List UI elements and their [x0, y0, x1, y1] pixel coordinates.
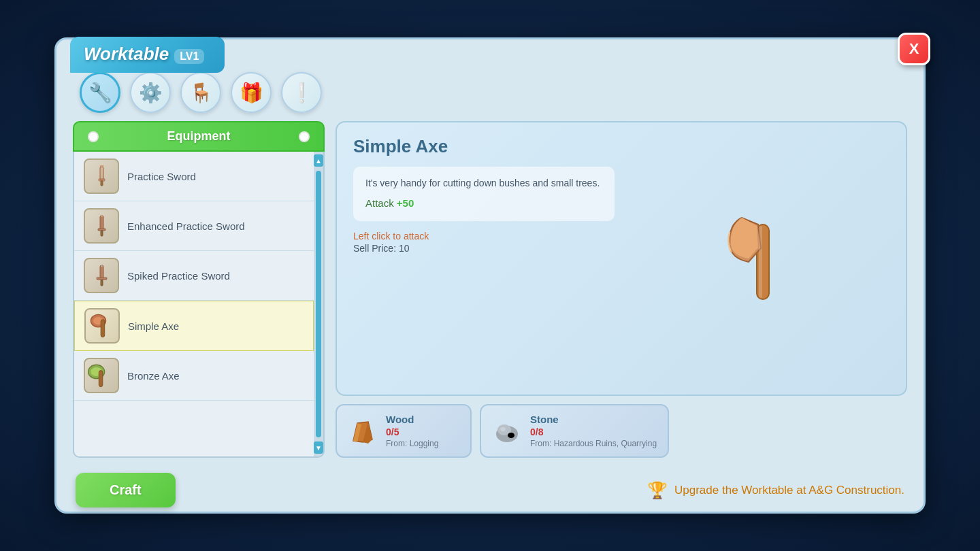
- list-item[interactable]: Spiked Practice Sword: [74, 251, 314, 301]
- tab-quest[interactable]: ❕: [281, 72, 322, 113]
- detail-box: Simple Axe It's very handy for cutting d…: [336, 121, 907, 396]
- tab-settings[interactable]: ⚙️: [130, 72, 171, 113]
- category-dot-right: [299, 131, 310, 142]
- left-panel: Equipment: [73, 121, 325, 458]
- title-bar: Worktable LV1: [70, 37, 225, 73]
- wood-info: Wood 0/5 From: Logging: [386, 414, 438, 448]
- svg-rect-21: [759, 226, 762, 298]
- item-icon-bronze-axe: [84, 358, 119, 393]
- stone-source: From: Hazardous Ruins, Quarrying: [530, 439, 657, 448]
- wood-source: From: Logging: [386, 439, 438, 448]
- right-panel: Simple Axe It's very handy for cutting d…: [336, 121, 907, 458]
- scroll-down-arrow[interactable]: ▼: [314, 441, 323, 454]
- list-item[interactable]: Enhanced Practice Sword: [74, 201, 314, 251]
- ingredients-row: Wood 0/5 From: Logging: [336, 404, 907, 458]
- main-area: Equipment: [73, 121, 907, 458]
- item-icon-simple-axe: [84, 308, 120, 344]
- item-list: Practice Sword: [73, 152, 325, 458]
- tab-furniture[interactable]: 🪑: [180, 72, 221, 113]
- item-name-spiked-sword: Spiked Practice Sword: [127, 270, 230, 282]
- svg-rect-9: [97, 278, 107, 280]
- ingredient-stone: Stone 0/8 From: Hazardous Ruins, Quarryi…: [480, 404, 669, 458]
- detail-attack-value: +50: [397, 197, 414, 209]
- list-item[interactable]: Bronze Axe: [74, 351, 314, 401]
- upgrade-text: Upgrade the Worktable at A&G Constructio…: [674, 484, 904, 497]
- svg-rect-19: [99, 371, 103, 387]
- svg-rect-0: [100, 167, 103, 180]
- detail-attack: Attack +50: [365, 197, 602, 209]
- scroll-up-arrow[interactable]: ▲: [314, 154, 323, 167]
- svg-rect-3: [100, 165, 104, 167]
- detail-info-box: It's very handy for cutting down bushes …: [353, 167, 615, 221]
- category-label: Equipment: [167, 129, 231, 144]
- svg-rect-2: [101, 181, 103, 186]
- item-name-enhanced-sword: Enhanced Practice Sword: [127, 220, 245, 232]
- item-name-practice-sword: Practice Sword: [127, 171, 196, 182]
- window-level: LV1: [174, 49, 204, 64]
- upgrade-icon: 🏆: [647, 481, 668, 500]
- detail-sell: Sell Price: 10: [353, 243, 615, 254]
- scroll-thumb[interactable]: [316, 171, 321, 437]
- svg-rect-10: [101, 280, 103, 286]
- worktable-window: Worktable LV1 X 🔧 ⚙️ 🪑 🎁 ❕ Equipment: [54, 37, 926, 514]
- tab-gift[interactable]: 🎁: [231, 72, 272, 113]
- item-icon-practice-sword: [84, 158, 119, 194]
- item-list-inner: Practice Sword: [74, 152, 314, 456]
- bottom-bar: Craft 🏆 Upgrade the Worktable at A&G Con…: [73, 466, 907, 510]
- item-icon-enhanced-sword: [84, 208, 119, 244]
- wood-name: Wood: [386, 414, 438, 425]
- item-name-bronze-axe: Bronze Axe: [127, 370, 180, 382]
- close-button[interactable]: X: [898, 33, 930, 65]
- upgrade-notice: 🏆 Upgrade the Worktable at A&G Construct…: [647, 481, 904, 500]
- svg-rect-6: [101, 231, 103, 236]
- ingredient-wood: Wood 0/5 From: Logging: [336, 404, 472, 458]
- stone-count: 0/8: [530, 427, 657, 437]
- detail-description: It's very handy for cutting down bushes …: [365, 176, 602, 190]
- wood-count: 0/5: [386, 427, 438, 437]
- list-item[interactable]: Simple Axe: [74, 301, 314, 351]
- tab-equipment[interactable]: 🔧: [80, 72, 120, 113]
- svg-point-27: [500, 427, 506, 431]
- window-title: Worktable: [84, 44, 169, 65]
- item-name-simple-axe: Simple Axe: [128, 320, 179, 332]
- list-item[interactable]: Practice Sword: [74, 152, 314, 201]
- category-dot-left: [88, 131, 99, 142]
- craft-button[interactable]: Craft: [76, 473, 176, 507]
- stone-name: Stone: [530, 414, 657, 425]
- detail-sell-value: 10: [399, 243, 410, 254]
- detail-image-area: [628, 136, 889, 381]
- wood-icon: [348, 416, 378, 446]
- scrollbar-track[interactable]: ▲ ▼: [314, 152, 323, 456]
- stone-info: Stone 0/8 From: Hazardous Ruins, Quarryi…: [530, 414, 657, 448]
- category-header: Equipment: [73, 121, 325, 152]
- stone-icon: [492, 416, 522, 446]
- window-content: 🔧 ⚙️ 🪑 🎁 ❕ Equipment: [56, 52, 924, 524]
- svg-rect-16: [101, 320, 105, 337]
- svg-point-28: [508, 433, 514, 438]
- item-icon-spiked-sword: [84, 258, 119, 293]
- detail-title: Simple Axe: [353, 136, 615, 157]
- detail-click-info: Left click to attack: [353, 231, 615, 241]
